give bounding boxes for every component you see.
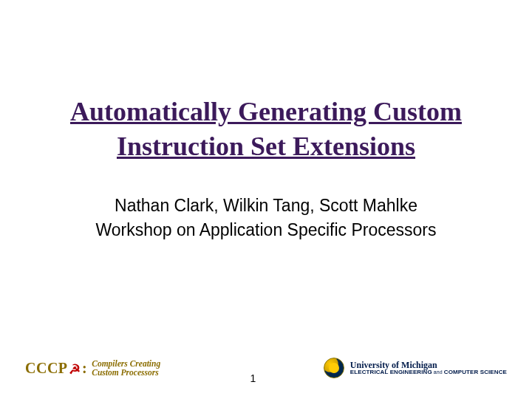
slide-title: Automatically Generating Custom Instruct… [0, 95, 532, 164]
cccp-subtitle: Compilers Creating Custom Processors [92, 359, 160, 377]
um-department: ELECTRICAL ENGINEERING and COMPUTER SCIE… [350, 369, 507, 375]
university-logo: University of Michigan ELECTRICAL ENGINE… [324, 358, 507, 378]
cccp-acronym-tail: P [58, 360, 68, 377]
cccp-subtitle-line1: Compilers Creating [92, 359, 160, 368]
cccp-subtitle-line2: Custom Processors [92, 368, 160, 377]
authors-names: Nathan Clark, Wilkin Tang, Scott Mahlke [22, 194, 510, 218]
cccp-acronym: CCCP☭: [25, 360, 87, 377]
colon: : [82, 360, 87, 377]
um-dept-and: and [432, 369, 444, 375]
cccp-acronym-main: CCC [25, 360, 58, 377]
hammer-sickle-icon: ☭ [69, 361, 81, 378]
um-text: University of Michigan ELECTRICAL ENGINE… [350, 361, 507, 376]
authors-block: Nathan Clark, Wilkin Tang, Scott Mahlke … [0, 194, 532, 243]
footer: CCCP☭: Compilers Creating Custom Process… [0, 358, 532, 378]
um-dept-a: ELECTRICAL ENGINEERING [350, 369, 432, 375]
um-dept-b: COMPUTER SCIENCE [444, 369, 507, 375]
workshop-name: Workshop on Application Specific Process… [22, 218, 510, 242]
slide: Automatically Generating Custom Instruct… [0, 0, 532, 399]
cccp-logo: CCCP☭: Compilers Creating Custom Process… [25, 359, 160, 377]
um-seal-icon [324, 358, 344, 378]
